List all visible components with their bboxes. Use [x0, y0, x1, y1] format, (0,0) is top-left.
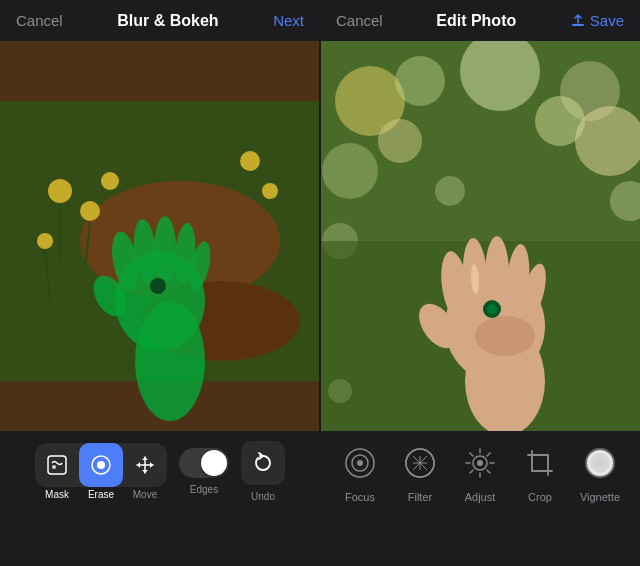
- mask-erase-move-group: Mask Erase Move: [35, 443, 167, 500]
- right-image-panel[interactable]: [320, 41, 640, 431]
- mask-icon: [45, 453, 69, 477]
- svg-point-56: [357, 460, 363, 466]
- save-button[interactable]: Save: [570, 12, 624, 29]
- svg-point-31: [378, 119, 422, 163]
- svg-point-47: [487, 304, 497, 314]
- left-image: [0, 41, 320, 431]
- move-button[interactable]: [123, 443, 167, 487]
- left-top-bar: Cancel Blur & Bokeh Next: [0, 0, 320, 41]
- erase-icon: [89, 453, 113, 477]
- panel-divider: [319, 41, 321, 431]
- left-image-panel[interactable]: [0, 41, 320, 431]
- left-tools-section: Mask Erase Move Edges: [0, 441, 320, 504]
- edges-label: Edges: [190, 484, 218, 495]
- cancel-button-left[interactable]: Cancel: [16, 12, 63, 29]
- svg-point-49: [328, 379, 352, 403]
- svg-rect-73: [532, 455, 548, 471]
- focus-icon: [338, 441, 382, 485]
- edges-control: Edges: [179, 448, 229, 495]
- svg-rect-50: [48, 456, 66, 474]
- left-bar-title: Blur & Bokeh: [117, 12, 218, 30]
- bottom-toolbar: Mask Erase Move Edges: [0, 431, 640, 566]
- adjust-icon: [458, 441, 502, 485]
- filter-label: Filter: [408, 491, 432, 503]
- svg-point-26: [395, 56, 445, 106]
- crop-tool[interactable]: Crop: [513, 441, 567, 503]
- right-top-bar: Cancel Edit Photo Save: [320, 0, 640, 41]
- mask-button[interactable]: [35, 443, 79, 487]
- undo-icon: [250, 450, 276, 476]
- svg-point-38: [475, 316, 535, 356]
- svg-point-48: [435, 176, 465, 206]
- svg-line-68: [470, 453, 473, 456]
- svg-rect-23: [0, 41, 320, 431]
- group-labels: Mask Erase Move: [35, 489, 167, 500]
- undo-button[interactable]: [241, 441, 285, 485]
- toggle-knob: [201, 450, 227, 476]
- focus-label: Focus: [345, 491, 375, 503]
- undo-label: Undo: [251, 491, 275, 502]
- right-image: [320, 41, 640, 431]
- svg-point-41: [485, 236, 509, 312]
- adjust-tool[interactable]: Adjust: [453, 441, 507, 503]
- svg-point-53: [97, 461, 105, 469]
- svg-line-69: [487, 470, 490, 473]
- svg-point-32: [535, 96, 585, 146]
- vignette-label: Vignette: [580, 491, 620, 503]
- cancel-button-right[interactable]: Cancel: [336, 12, 383, 29]
- svg-line-71: [470, 470, 473, 473]
- next-button[interactable]: Next: [273, 12, 304, 29]
- erase-button[interactable]: [79, 443, 123, 487]
- adjust-label: Adjust: [465, 491, 496, 503]
- focus-tool[interactable]: Focus: [333, 441, 387, 503]
- left-tools-row: Mask Erase Move Edges: [0, 441, 320, 502]
- save-icon: [570, 13, 586, 29]
- svg-point-77: [595, 458, 605, 468]
- right-tools-section: Focus Filter: [320, 441, 640, 503]
- move-label: Move: [123, 489, 167, 500]
- move-icon: [133, 453, 157, 477]
- right-tools-row: Focus Filter: [320, 441, 640, 503]
- filter-tool[interactable]: Filter: [393, 441, 447, 503]
- svg-point-63: [477, 460, 483, 466]
- svg-line-70: [487, 453, 490, 456]
- mask-label: Mask: [35, 489, 79, 500]
- vignette-tool[interactable]: Vignette: [573, 441, 627, 503]
- crop-icon: [518, 441, 562, 485]
- svg-rect-0: [572, 24, 584, 26]
- tool-button-group: [35, 443, 167, 487]
- filter-icon: [398, 441, 442, 485]
- right-bar-title: Edit Photo: [436, 12, 516, 30]
- svg-point-51: [52, 465, 56, 469]
- svg-point-30: [322, 143, 378, 199]
- erase-label: Erase: [79, 489, 123, 500]
- undo-control: Undo: [241, 441, 285, 502]
- edges-toggle[interactable]: [179, 448, 229, 478]
- crop-label: Crop: [528, 491, 552, 503]
- vignette-icon: [578, 441, 622, 485]
